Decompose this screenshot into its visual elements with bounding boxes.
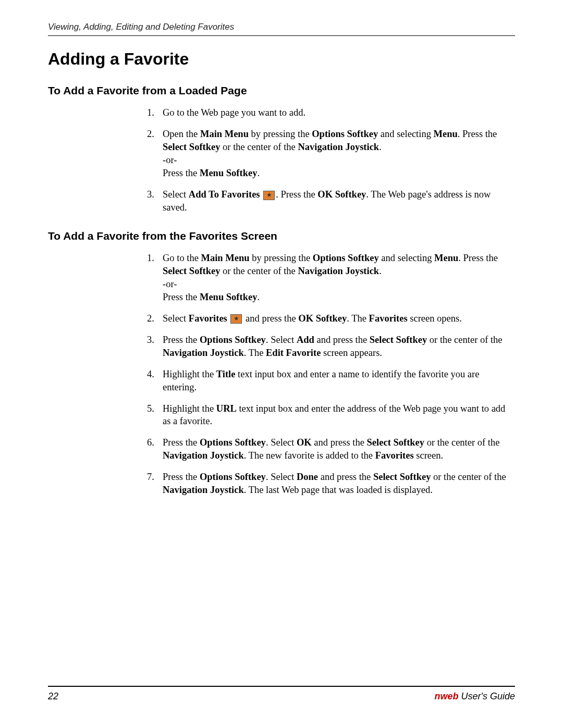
section-heading: To Add a Favorite from the Favorites Scr… xyxy=(48,230,515,242)
step-item: Go to the Web page you want to add. xyxy=(147,106,515,119)
favorites-star-icon xyxy=(263,191,275,200)
step-item: Highlight the Title text input box and e… xyxy=(147,368,515,394)
step-item: Go to the Main Menu by pressing the Opti… xyxy=(147,252,515,304)
step-item: Select Favorites and press the OK Softke… xyxy=(147,312,515,325)
content-block: Go to the Main Menu by pressing the Opti… xyxy=(147,252,515,497)
step-item: Select Add To Favorites . Press the OK S… xyxy=(147,188,515,214)
page-number: 22 xyxy=(48,691,58,702)
step-item: Open the Main Menu by pressing the Optio… xyxy=(147,128,515,180)
step-item: Press the Options Softkey. Select Add an… xyxy=(147,334,515,360)
page-footer: 22 nweb User's Guide xyxy=(48,686,515,702)
sections-container: To Add a Favorite from a Loaded PageGo t… xyxy=(48,84,515,497)
header-section-title: Viewing, Adding, Editing and Deleting Fa… xyxy=(48,22,515,36)
content-block: Go to the Web page you want to add.Open … xyxy=(147,106,515,214)
guide-text: User's Guide xyxy=(459,691,515,701)
brand-name: nweb xyxy=(435,691,459,701)
favorites-star-icon xyxy=(230,314,242,324)
footer-guide-label: nweb User's Guide xyxy=(435,691,516,702)
steps-list: Go to the Web page you want to add.Open … xyxy=(147,106,515,214)
step-item: Press the Options Softkey. Select Done a… xyxy=(147,471,515,497)
step-item: Highlight the URL text input box and ent… xyxy=(147,402,515,428)
step-item: Press the Options Softkey. Select OK and… xyxy=(147,436,515,462)
page-title: Adding a Favorite xyxy=(48,50,515,69)
section-heading: To Add a Favorite from a Loaded Page xyxy=(48,84,515,97)
steps-list: Go to the Main Menu by pressing the Opti… xyxy=(147,252,515,497)
